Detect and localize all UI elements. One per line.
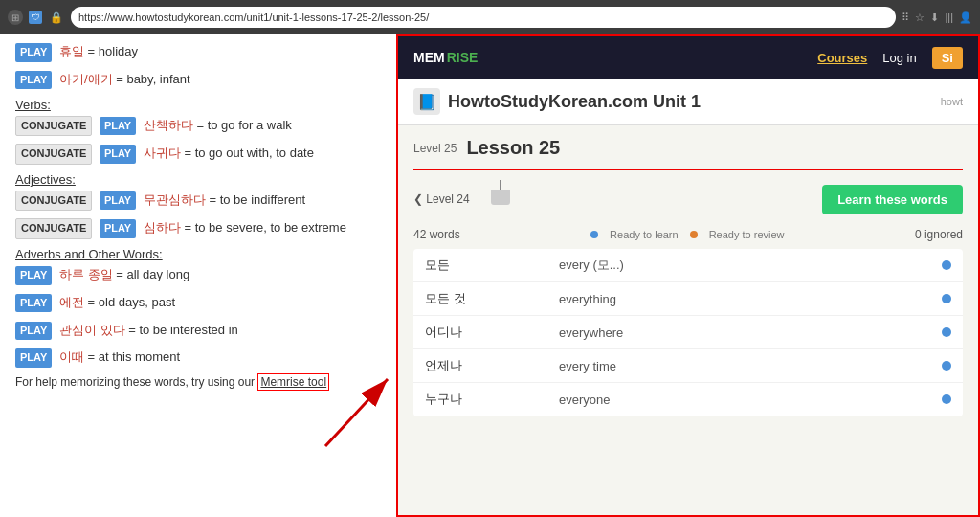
word-korean: 모든 것 [425,290,559,307]
play-button-olddays[interactable]: PLAY [15,294,52,313]
table-row[interactable]: 누구나 everyone [413,383,963,416]
memrise-panel: MEM RISE Courses Log in Si 📘 HowtoStudyK… [396,34,980,517]
legend: Ready to learn Ready to review [590,229,784,240]
korean-date: 사귀다 [144,146,181,160]
word-korean: 모든 [425,257,559,274]
adverbs-header: Adverbs and Other Words: [15,247,382,261]
play-button-indifferent[interactable]: PLAY [100,191,136,211]
table-row[interactable]: 모든 것 everything [413,282,963,316]
play-line-moment: PLAY 이때 = at this moment [15,348,382,368]
left-panel: PLAY 휴일 = holiday PLAY 아기/애기 = baby, inf… [0,34,397,517]
word-korean: 누구나 [425,391,559,408]
course-icon: 📘 [413,88,440,115]
korean-olddays: 에전 [59,295,84,309]
word-english: everywhere [559,326,942,340]
word-status-dot [942,294,951,303]
word-english: every time [559,359,942,373]
english-severe: = to be severe, to be extreme [184,220,345,235]
conjugate-button-indifferent[interactable]: CONJUGATE [15,191,92,212]
extensions-icon[interactable]: ⠿ [902,11,909,24]
learn-these-words-button[interactable]: Learn these words [822,185,963,214]
browser-chrome: ⊞ 🛡 🔒 https://www.howtostudykorean.com/u… [0,0,980,34]
url-text: https://www.howtostudykorean.com/unit1/u… [78,11,429,23]
ready-to-review-label: Ready to review [709,229,785,240]
nav-back-label: ❮ Level 24 [413,192,470,206]
play-button-allday[interactable]: PLAY [15,266,52,285]
play-button-holiday[interactable]: PLAY [15,43,52,62]
word-status-dot [942,394,951,404]
english-interested: = to be interested in [128,323,238,337]
plant-pot [491,190,510,205]
ready-to-review-dot [690,231,698,238]
korean-allday: 하루 종일 [59,267,113,281]
play-button-severe[interactable]: PLAY [100,219,136,238]
conjugate-button-walk[interactable]: CONJUGATE [15,116,92,137]
play-button-walk[interactable]: PLAY [100,117,136,136]
adverbs-label: Adverbs and Other Words: [15,247,163,261]
conjugate-line-walk: CONJUGATE PLAY 산책하다 = to go for a walk [15,116,382,137]
download-icon[interactable]: ⬇ [930,11,939,24]
plant-stem [500,180,501,190]
play-button-moment[interactable]: PLAY [15,348,52,368]
help-text: For help memorizing these words, try usi… [15,375,257,389]
conjugate-line-date: CONJUGATE PLAY 사귀다 = to go out with, to … [15,144,382,165]
conjugate-button-date[interactable]: CONJUGATE [15,144,92,165]
lesson-title: Lesson 25 [466,137,560,159]
korean-baby: 아기/애기 [59,72,113,86]
bookmarks-bar-icon[interactable]: ||| [945,11,953,23]
nav-courses-link[interactable]: Courses [817,51,867,65]
play-button-baby[interactable]: PLAY [15,71,52,90]
shield-icon: 🛡 [29,11,42,24]
table-row[interactable]: 어디나 everywhere [413,316,963,349]
plant-icon [485,180,516,218]
play-line-allday: PLAY 하루 종일 = all day long [15,265,382,285]
memrise-nav: Courses Log in Si [817,47,963,69]
main-content: PLAY 휴일 = holiday PLAY 아기/애기 = baby, inf… [0,34,980,517]
play-line-holiday: PLAY 휴일 = holiday [15,42,382,62]
word-table: 모든 every (모...) 모든 것 everything 어디나 ever… [413,249,963,416]
words-count: 42 words [413,228,460,241]
adjectives-header: Adjectives: [15,172,382,187]
korean-interested: 관심이 있다 [59,323,125,337]
ignored-count: 0 ignored [915,228,963,241]
korean-indifferent: 무관심하다 [144,192,206,207]
word-status-dot [942,327,951,337]
table-row[interactable]: 언제나 every time [413,349,963,383]
english-moment: = at this moment [88,349,180,364]
svg-line-1 [325,379,388,446]
nav-signup-button[interactable]: Si [932,47,963,69]
play-button-date[interactable]: PLAY [100,145,136,164]
level-badge: Level 25 [413,142,457,155]
bookmark-icon[interactable]: ☆ [915,11,924,24]
nav-level-back[interactable]: ❮ Level 24 [413,192,470,206]
english-date: = to go out with, to date [184,146,314,160]
conjugate-button-severe[interactable]: CONJUGATE [15,218,92,239]
help-line: For help memorizing these words, try usi… [15,375,382,389]
verbs-header: Verbs: [15,98,382,112]
lesson-meta-row: ❮ Level 24 Learn these words [413,180,963,218]
browser-actions: ⠿ ☆ ⬇ ||| 👤 [902,11,972,24]
profile-icon[interactable]: 👤 [959,11,972,24]
course-title: HowtoStudyKorean.com Unit 1 [448,92,701,112]
korean-severe: 심하다 [144,220,181,235]
nav-login-link[interactable]: Log in [882,51,916,65]
table-row[interactable]: 모든 every (모...) [413,249,963,282]
memrise-tool-link[interactable]: Memrise tool [257,373,329,391]
play-line-baby: PLAY 아기/애기 = baby, infant [15,70,382,90]
word-korean: 어디나 [425,324,559,341]
url-bar[interactable]: https://www.howtostudykorean.com/unit1/u… [71,7,896,28]
memrise-header: MEM RISE Courses Log in Si [398,36,978,79]
english-baby: = baby, infant [116,72,189,86]
korean-walk: 산책하다 [144,118,193,132]
adjectives-label: Adjectives: [15,172,76,187]
lesson-divider [413,169,963,170]
play-button-interested[interactable]: PLAY [15,322,52,341]
lesson-header: Level 25 Lesson 25 [413,137,963,159]
english-indifferent: = to be indifferent [209,192,305,207]
word-english: everyone [559,393,942,407]
memrise-logo: MEM RISE [413,50,478,65]
logo-rise-text: RISE [447,50,479,65]
lock-icon: 🔒 [50,11,63,24]
word-status-dot [942,260,951,270]
english-holiday: = holiday [88,44,138,58]
